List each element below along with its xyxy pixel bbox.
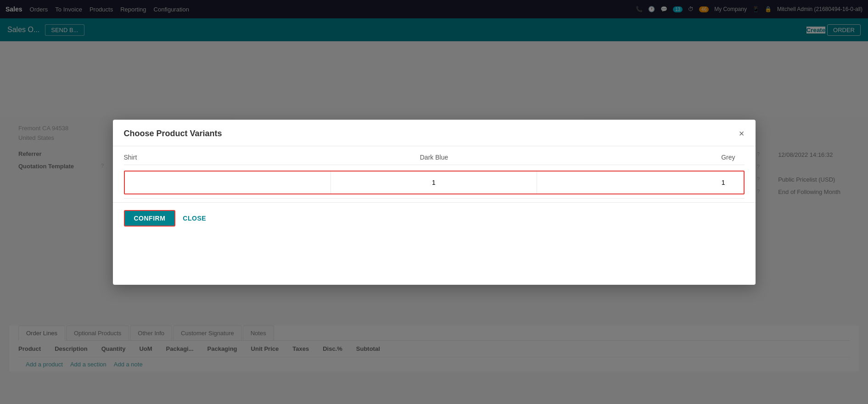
modal-table-data-row: [124, 171, 745, 194]
modal-footer: CONFIRM CLOSE: [113, 202, 756, 236]
modal-table: Shirt Dark Blue Grey: [113, 146, 756, 199]
modal-input-darkblue[interactable]: [340, 179, 527, 186]
modal-cell-grey: [537, 172, 743, 194]
modal-table-header: Shirt Dark Blue Grey: [124, 146, 745, 165]
modal-input-grey[interactable]: [546, 179, 734, 186]
modal-col-product: Shirt: [124, 154, 331, 161]
table-separator: [124, 198, 745, 199]
modal-col-grey: Grey: [538, 154, 745, 161]
modal-header: Choose Product Variants ×: [113, 120, 756, 146]
modal-close-button[interactable]: ×: [739, 129, 745, 138]
modal-title: Choose Product Variants: [124, 129, 222, 138]
modal-cell-product: [125, 172, 331, 194]
modal-cell-darkblue: [331, 172, 537, 194]
modal-col-darkblue: Dark Blue: [330, 154, 538, 161]
modal-dialog: Choose Product Variants × Shirt Dark Blu…: [113, 120, 756, 285]
confirm-button[interactable]: CONFIRM: [124, 210, 176, 227]
close-button[interactable]: CLOSE: [183, 215, 206, 222]
